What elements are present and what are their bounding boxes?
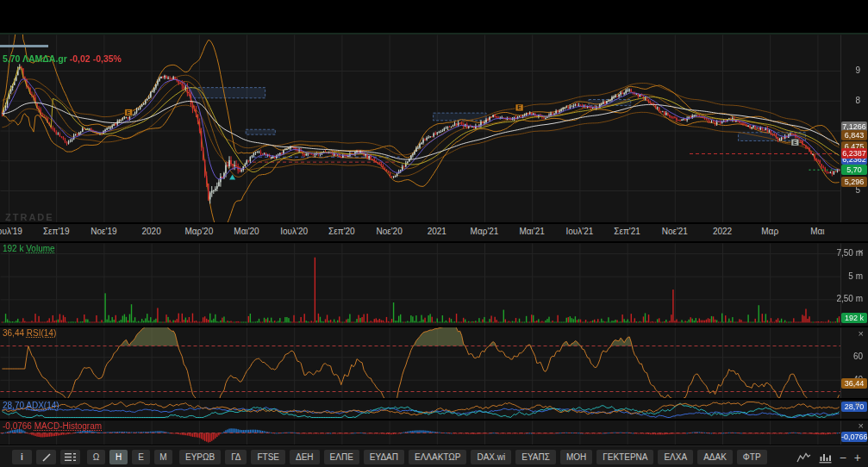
time-axis-label: Σεπ'19 bbox=[43, 227, 70, 236]
ticker-button-ΕΛΧΑ[interactable]: ΕΛΧΑ bbox=[658, 450, 693, 464]
volume-panel: 192 k Volume × 7,50 m5 m2,50 m192 k bbox=[0, 243, 868, 326]
adx-header: 28,70 ADX(14) bbox=[3, 401, 59, 410]
price-axis-tick: 8 bbox=[855, 96, 860, 105]
time-axis-label: Ιουλ'21 bbox=[565, 227, 593, 236]
platform-watermark: ZTRADE bbox=[5, 212, 54, 222]
time-axis-label: Ιουλ'19 bbox=[0, 227, 22, 236]
chart-hscroll-thumb[interactable] bbox=[0, 45, 48, 47]
info-button[interactable]: i bbox=[12, 450, 32, 464]
ticker-button-DAX.wi[interactable]: DAX.wi bbox=[471, 450, 511, 464]
zoom-out-button[interactable]: − bbox=[840, 451, 846, 464]
macd-canvas[interactable] bbox=[0, 420, 868, 445]
ticker-button-FTSE[interactable]: FTSE bbox=[251, 450, 285, 464]
info-icon: i bbox=[21, 452, 23, 462]
adx-panel: 28,70 ADX(14) × 28,70 bbox=[0, 400, 868, 419]
macd-header: -0,0766 MACD-Histogram bbox=[3, 421, 102, 431]
volume-name: Volume bbox=[26, 244, 54, 253]
volume-axis-tick: 5 m bbox=[848, 271, 863, 281]
time-axis-label: Μαρ'20 bbox=[184, 227, 213, 236]
indicators-button[interactable] bbox=[60, 450, 80, 464]
ticker-button-ΕΥΑΠΣ[interactable]: ΕΥΑΠΣ bbox=[515, 450, 556, 464]
ticker-button-ΜΟΗ[interactable]: ΜΟΗ bbox=[560, 450, 592, 464]
timeframe-button-Ε[interactable]: Ε bbox=[132, 450, 150, 464]
rsi-panel: 36,44 RSI(14) × 604036,44 bbox=[0, 327, 868, 398]
rsi-value: 36,44 bbox=[3, 328, 24, 338]
time-axis-label: Μαρ'21 bbox=[471, 227, 499, 236]
adx-close-icon[interactable]: × bbox=[855, 400, 860, 408]
ticker-button-ΦΤΡ[interactable]: ΦΤΡ bbox=[737, 450, 767, 464]
volume-badge: 192 k bbox=[841, 313, 867, 323]
price-axis-tick: 9 bbox=[855, 65, 860, 75]
price-badge-alert-line: 6,2387 bbox=[841, 148, 867, 159]
timeframe-button-Ω[interactable]: Ω bbox=[87, 450, 105, 464]
ticker-button-ΑΔΑΚ[interactable]: ΑΔΑΚ bbox=[697, 450, 733, 464]
price-badge-last-price: 5,70 bbox=[841, 165, 867, 175]
adx-name: ADX(14) bbox=[26, 401, 59, 410]
main-chart-panel: 5,70 ΛΑΜΔΑ.gr -0,02 -0,35% ZTRADE 987657… bbox=[0, 33, 868, 222]
rsi-badge: 36,44 bbox=[841, 378, 867, 389]
instrument-header: 5,70 ΛΑΜΔΑ.gr -0,02 -0,35% bbox=[3, 53, 122, 64]
time-axis-label: Νοε'19 bbox=[91, 227, 116, 236]
rsi-header: 36,44 RSI(14) bbox=[3, 328, 56, 338]
volume-close-icon[interactable]: × bbox=[859, 247, 864, 256]
timeframe-button-Η[interactable]: Η bbox=[109, 450, 128, 464]
main-chart-canvas[interactable] bbox=[0, 34, 868, 222]
rsi-axis-tick: 60 bbox=[853, 352, 863, 361]
bottom-toolbar: i ΩΗΕΜ ΕΥΡΩΒΓΔFTSEΔΕΗΕΛΠΕΕΥΔΑΠΕΛΛΑΚΤΩΡDA… bbox=[0, 445, 868, 467]
ticker-button-ΕΥΡΩΒ[interactable]: ΕΥΡΩΒ bbox=[179, 450, 221, 464]
macd-name: MACD-Histogram bbox=[34, 421, 102, 431]
time-axis-label: Μαρ bbox=[761, 227, 778, 236]
last-price-text: 5,70 bbox=[3, 53, 20, 64]
ticker-button-ΕΛΠΕ[interactable]: ΕΛΠΕ bbox=[324, 450, 359, 464]
rsi-name: RSI(14) bbox=[27, 328, 56, 338]
change-pct-text: -0,35% bbox=[93, 53, 122, 64]
time-axis-label: Σεπ'21 bbox=[614, 227, 640, 236]
macd-panel: -0,0766 MACD-Histogram × -0,0766 bbox=[0, 420, 868, 445]
ticker-button-ΓΔ[interactable]: ΓΔ bbox=[225, 450, 247, 464]
timeframe-button-Μ[interactable]: Μ bbox=[154, 450, 172, 464]
timeframe-group: ΩΗΕΜ bbox=[87, 450, 172, 464]
ticker-button-ΕΥΔΑΠ[interactable]: ΕΥΔΑΠ bbox=[364, 450, 404, 464]
ticker-button-ΕΛΛΑΚΤΩΡ[interactable]: ΕΛΛΑΚΤΩΡ bbox=[409, 450, 466, 464]
time-axis-label: 2021 bbox=[428, 227, 446, 236]
time-axis-label: Ιουλ'20 bbox=[280, 227, 308, 236]
line-chart-icon[interactable] bbox=[796, 451, 811, 464]
macd-close-icon[interactable]: × bbox=[859, 421, 864, 430]
volume-axis-tick: 2,50 m bbox=[836, 294, 863, 303]
rsi-close-icon[interactable]: × bbox=[859, 329, 864, 338]
zoom-in-button[interactable]: + bbox=[854, 451, 861, 464]
indicator-list-icon bbox=[65, 452, 76, 462]
macd-badge: -0,0766 bbox=[841, 432, 867, 442]
ticker-button-ΓΕΚΤΕΡΝΑ[interactable]: ΓΕΚΤΕΡΝΑ bbox=[596, 450, 653, 464]
time-axis-label: Μαι'20 bbox=[234, 227, 259, 236]
volume-header: 192 k Volume bbox=[3, 244, 55, 253]
macd-value: -0,0766 bbox=[3, 421, 32, 431]
time-axis-label: Νοε'20 bbox=[376, 227, 402, 236]
time-axis[interactable]: Ιουλ'19Σεπ'19Νοε'192020Μαρ'20Μαι'20Ιουλ'… bbox=[0, 224, 868, 241]
pencil-icon bbox=[41, 452, 52, 463]
time-axis-label: 2020 bbox=[141, 227, 160, 236]
time-axis-label: Νοε'21 bbox=[662, 227, 688, 236]
adx-value: 28,70 bbox=[3, 401, 24, 410]
price-badge-band-lower: 5,296 bbox=[841, 177, 867, 187]
trading-app: { "ui": {"close_glyph": "×"}, "main_char… bbox=[0, 0, 868, 467]
price-badge-band-upper: 6,843 bbox=[841, 130, 867, 140]
change-text: -0,02 bbox=[70, 53, 91, 64]
time-axis-label: Σεπ'20 bbox=[328, 227, 355, 236]
rsi-canvas[interactable] bbox=[0, 327, 868, 398]
draw-button[interactable] bbox=[36, 450, 56, 464]
toolbar-left-group: i ΩΗΕΜ ΕΥΡΩΒΓΔFTSEΔΕΗΕΛΠΕΕΥΔΑΠΕΛΛΑΚΤΩΡDA… bbox=[12, 450, 767, 464]
ticker-button-ΔΕΗ[interactable]: ΔΕΗ bbox=[290, 450, 320, 464]
ticker-group: ΕΥΡΩΒΓΔFTSEΔΕΗΕΛΠΕΕΥΔΑΠΕΛΛΑΚΤΩΡDAX.wiΕΥΑ… bbox=[179, 450, 767, 464]
toolbar-right-group: − + bbox=[796, 451, 861, 464]
histogram-chart-icon[interactable] bbox=[819, 451, 832, 464]
volume-canvas[interactable] bbox=[0, 243, 868, 326]
adx-canvas[interactable] bbox=[0, 400, 868, 419]
time-axis-label: Μαι bbox=[810, 227, 824, 236]
time-axis-label: 2022 bbox=[713, 227, 732, 236]
time-axis-label: Μαι'21 bbox=[520, 227, 545, 236]
symbol-text: ΛΑΜΔΑ.gr bbox=[22, 53, 67, 64]
volume-value: 192 k bbox=[3, 244, 23, 253]
